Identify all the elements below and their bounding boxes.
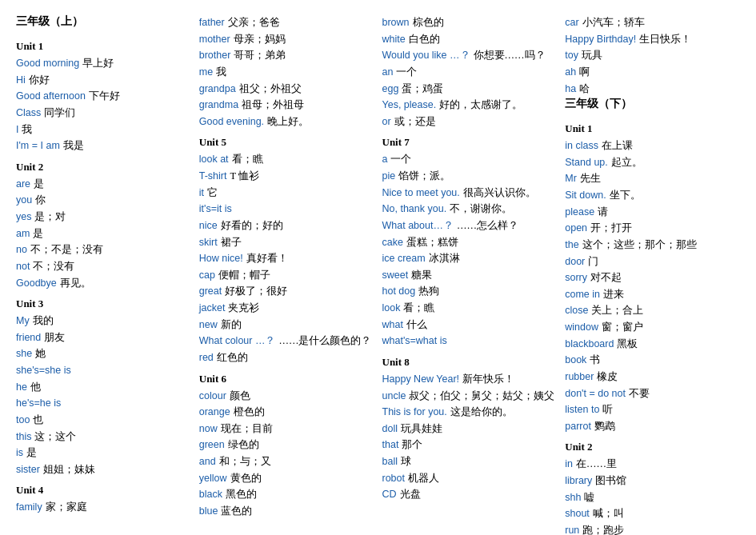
vocab-entry: new新的 [199, 317, 374, 333]
cn-translation: 糖果 [411, 267, 432, 284]
vocab-entry: I我 [16, 122, 191, 138]
vocab-entry: now现在；目前 [199, 421, 374, 437]
cn-translation: 祖父；外祖父 [239, 81, 302, 98]
cn-translation: 喊；叫 [593, 505, 624, 522]
cn-translation: 我 [216, 64, 226, 81]
cn-translation: 或；还是 [394, 114, 436, 130]
cn-translation: 绿色的 [228, 437, 259, 453]
cn-translation: 不；没有 [33, 258, 74, 275]
en-word: Would you like …？ [382, 47, 470, 64]
vocab-entry: not不；没有 [16, 258, 191, 275]
en-word: this [16, 429, 31, 445]
cn-translation: 他 [30, 379, 41, 396]
vocab-entry: run跑；跑步 [565, 522, 740, 535]
vocab-entry: sister姐姐；妹妹 [16, 461, 191, 478]
en-word: blackboard [565, 336, 614, 353]
en-word: new [199, 317, 218, 333]
vocab-entry: robot机器人 [382, 470, 558, 487]
en-word: What about…？ [382, 218, 454, 234]
vocab-entry: in在……里 [565, 456, 740, 473]
vocab-entry: grandpa祖父；外祖父 [199, 81, 374, 98]
vocab-entry: No, thank you.不，谢谢你。 [382, 201, 558, 218]
en-word: doll [382, 421, 398, 437]
cn-translation: 红色的 [217, 349, 248, 366]
cn-translation: 和；与；又 [219, 453, 271, 470]
cn-translation: ……是什么颜色的？ [278, 333, 371, 349]
column-2: father父亲；爸爸mother母亲；妈妈brother哥哥；弟弟me我gra… [199, 14, 374, 535]
cn-translation: 在上课 [602, 138, 633, 154]
vocab-entry: grandma祖母；外祖母 [199, 97, 374, 114]
cn-translation: 是 [33, 226, 43, 242]
vocab-entry: black黑色的 [199, 486, 374, 503]
en-word: she [16, 345, 32, 362]
vocab-entry: brown棕色的 [382, 14, 558, 31]
en-word: family [16, 499, 42, 516]
vocab-entry: skirt裙子 [199, 234, 374, 251]
column-4: car小汽车；轿车Happy Birthday!生日快乐！toy玩具ah啊ha哈… [565, 14, 740, 535]
vocab-entry: shout喊；叫 [565, 505, 740, 522]
cn-translation: 新的 [221, 317, 242, 333]
vocab-entry: ah啊 [565, 64, 740, 81]
en-word: what's=what is [382, 333, 447, 349]
vocab-entry: door门 [565, 254, 740, 270]
en-word: orange [199, 404, 230, 421]
vocab-entry: are是 [16, 176, 191, 193]
en-word: Goodbye [16, 275, 57, 292]
cn-translation: T 恤衫 [230, 168, 259, 185]
en-word: Nice to meet you. [382, 185, 460, 202]
cn-translation: 哥哥；弟弟 [234, 47, 286, 64]
en-word: that [382, 437, 399, 453]
vocab-entry: come in进来 [565, 286, 740, 303]
cn-translation: 我的 [33, 313, 54, 329]
en-word: black [199, 486, 222, 503]
en-word: I'm = I am [16, 138, 60, 154]
cn-translation: 再见。 [60, 275, 91, 292]
vocab-entry: yes是；对 [16, 209, 191, 226]
en-word: brother [199, 47, 231, 64]
en-word: Happy Birthday! [565, 31, 636, 48]
cn-translation: 热狗 [418, 283, 439, 300]
en-word: he [16, 379, 27, 396]
en-word: please [565, 204, 594, 221]
cn-translation: 家；家庭 [46, 499, 87, 516]
cn-translation: 蓝色的 [221, 503, 252, 520]
vocab-entry: what什么 [382, 317, 558, 333]
grade-title: 三年级（上） [16, 14, 191, 29]
vocab-entry: close关上；合上 [565, 302, 740, 319]
en-word: grandpa [199, 81, 236, 98]
vocab-entry: that那个 [382, 437, 558, 453]
vocab-entry: is是 [16, 445, 191, 461]
cn-translation: 听 [602, 401, 613, 418]
en-word: What colour …？ [199, 333, 276, 349]
vocab-entry: Good afternoon下午好 [16, 88, 191, 105]
en-word: brown [382, 14, 410, 31]
vocab-entry: Sit down.坐下。 [565, 187, 740, 204]
en-word: or [382, 114, 391, 130]
vocab-entry: Good evening.晚上好。 [199, 114, 374, 130]
en-word: grandma [199, 97, 238, 114]
cn-translation: 窗；窗户 [602, 319, 643, 336]
cn-translation: 坐下。 [610, 187, 641, 204]
cn-translation: 这个；这些；那个；那些 [582, 237, 697, 254]
cn-translation: 黄色的 [230, 470, 262, 487]
unit-title: Unit 7 [382, 136, 558, 149]
vocab-entry: How nice!真好看！ [199, 250, 374, 267]
vocab-entry: library图书馆 [565, 473, 740, 489]
en-word: uncle [382, 388, 406, 405]
cn-translation: 看；瞧 [232, 151, 263, 168]
cn-translation: 馅饼；派。 [398, 168, 450, 185]
cn-translation: 祖母；外祖母 [242, 97, 304, 114]
cn-translation: 生日快乐！ [639, 31, 691, 48]
vocab-entry: this这；这个 [16, 429, 191, 445]
cn-translation: 她 [35, 345, 46, 362]
unit-title: Unit 3 [16, 297, 191, 310]
en-word: Sit down. [565, 187, 606, 204]
en-word: shh [565, 489, 581, 506]
en-word: sweet [382, 267, 409, 284]
vocab-entry: ice cream冰淇淋 [382, 250, 558, 267]
vocab-entry: shh嘘 [565, 489, 740, 506]
en-word: robot [382, 470, 406, 487]
en-word: blue [199, 503, 218, 520]
unit-title: Unit 8 [382, 356, 558, 369]
vocab-entry: too也 [16, 412, 191, 429]
